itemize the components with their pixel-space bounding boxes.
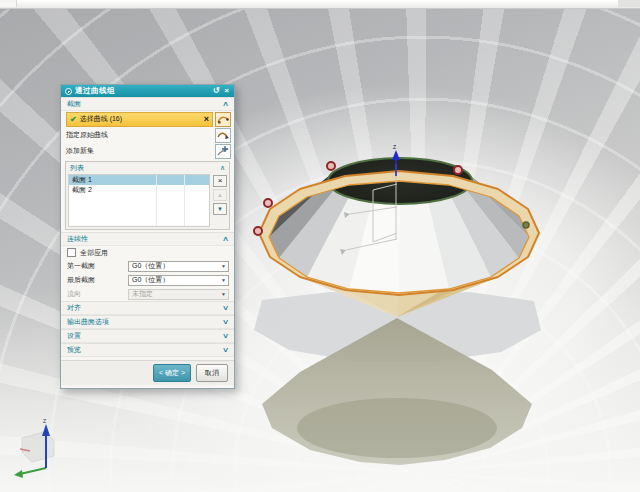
first-section-value: G0（位置） [132,261,221,271]
triad-z-label: Z [43,418,46,424]
origin-curve-button[interactable] [215,128,231,143]
chevron-up-icon[interactable]: ∧ [222,235,229,243]
floor-reflection [254,292,541,465]
preview-label: 预览 [67,345,223,355]
clear-selection-icon[interactable]: × [204,115,209,124]
last-section-label: 最后截面 [67,275,125,285]
add-new-set-icon [217,145,229,157]
chevron-down-icon[interactable]: ∨ [222,318,229,326]
flow-direction-row: 流向 未指定 ▼ [61,287,234,301]
flow-direction-label: 流向 [67,289,125,299]
chevron-up-icon[interactable]: ∧ [220,164,225,172]
continuity-header-label: 连续性 [67,234,223,244]
chevron-down-icon[interactable]: ∨ [222,304,229,312]
flow-direction-value: 未指定 [132,289,221,299]
move-up-button[interactable]: ▲ [213,189,227,201]
first-section-label: 第一截面 [67,261,125,271]
chevron-up-icon[interactable]: ∧ [222,100,229,108]
remove-item-button[interactable]: × [213,175,227,187]
reset-icon[interactable]: ↺ [212,87,221,95]
output-surface-options-header[interactable]: 输出曲面选项 ∨ [61,315,234,329]
list-group: 列表 ∧ 截面 1 截面 2 × ▲ ▼ [65,161,230,230]
alignment-header[interactable]: 对齐 ∨ [61,301,234,315]
list-column-divider [156,175,157,226]
last-section-select[interactable]: G0（位置） ▼ [128,275,229,286]
z-axis-label: Z [393,144,396,150]
settings-label: 设置 [67,331,223,341]
list-item-section-2[interactable]: 截面 2 [69,185,209,195]
close-icon[interactable]: × [223,87,230,95]
preview-header[interactable]: 预览 ∨ [61,343,234,357]
section-list[interactable]: 截面 1 截面 2 [68,174,210,227]
cancel-button[interactable]: 取消 [196,364,228,382]
settings-header[interactable]: 设置 ∨ [61,329,234,343]
orientation-triad[interactable]: Z [14,418,54,478]
first-section-select[interactable]: G0（位置） ▼ [128,261,229,272]
add-new-set-button[interactable] [215,144,231,159]
list-column-divider [184,175,185,226]
apply-all-checkbox[interactable] [67,248,76,257]
through-curves-dialog: 通过曲线组 ↺ × 截面 ∧ ✔ 选择曲线 (16) × 指定原始曲线 [60,84,235,389]
section-curve-icon [217,113,229,125]
select-curves-label: 选择曲线 (16) [80,114,201,124]
list-header-label: 列表 [70,163,220,173]
specify-origin-label: 指定原始曲线 [66,130,213,140]
alignment-label: 对齐 [67,303,223,313]
last-section-value: G0（位置） [132,275,221,285]
dialog-titlebar[interactable]: 通过曲线组 ↺ × [61,85,234,97]
continuity-header[interactable]: 连续性 ∧ [61,232,234,246]
origin-curve-icon [217,129,229,141]
apply-all-label: 全部应用 [80,248,108,258]
apply-all-row: 全部应用 [61,246,234,259]
output-surface-options-label: 输出曲面选项 [67,317,223,327]
dropdown-arrow-icon: ▼ [221,263,226,269]
dialog-footer: < 确定 > 取消 [61,360,234,385]
dialog-title: 通过曲线组 [75,86,209,96]
last-section-row: 最后截面 G0（位置） ▼ [61,273,234,287]
list-item-section-1[interactable]: 截面 1 [69,175,209,185]
section-header-label: 截面 [67,99,223,109]
select-curves-field[interactable]: ✔ 选择曲线 (16) × [66,112,213,127]
add-new-set-label: 添加新集 [66,146,213,156]
ok-button[interactable]: < 确定 > [153,364,191,382]
flow-direction-select: 未指定 ▼ [128,289,229,300]
chevron-down-icon[interactable]: ∨ [222,332,229,340]
add-new-set-row: 添加新集 [61,143,234,159]
check-icon: ✔ [70,115,77,124]
first-section-row: 第一截面 G0（位置） ▼ [61,259,234,273]
curve-rule-button[interactable] [215,112,231,127]
list-group-header[interactable]: 列表 ∧ [66,162,229,173]
select-curves-row: ✔ 选择曲线 (16) × [61,111,234,127]
dialog-icon [65,88,72,95]
dropdown-arrow-icon: ▼ [221,277,226,283]
specify-origin-row: 指定原始曲线 [61,127,234,143]
section-header[interactable]: 截面 ∧ [61,97,234,111]
dropdown-arrow-icon: ▼ [221,291,226,297]
chevron-down-icon[interactable]: ∨ [222,346,229,354]
move-down-button[interactable]: ▼ [213,203,227,215]
list-buttons: × ▲ ▼ [212,174,228,227]
